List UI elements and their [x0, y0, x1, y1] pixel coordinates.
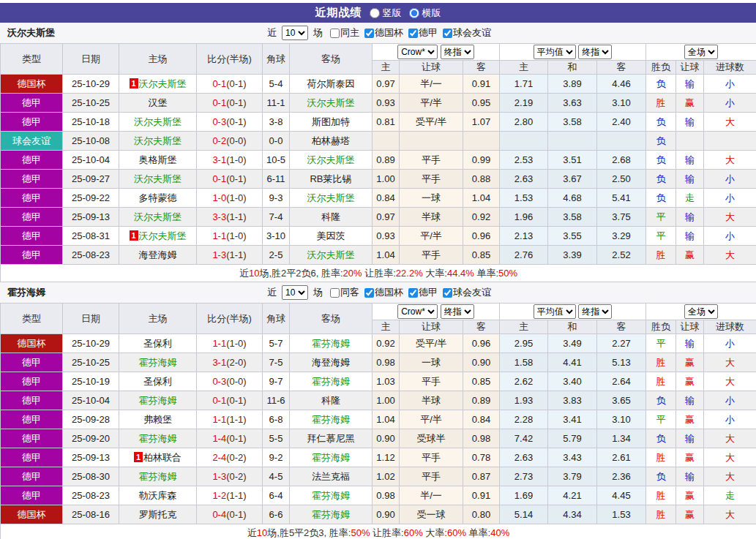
layout-horizontal-option[interactable]: 横版: [409, 7, 441, 20]
average-select[interactable]: 平均值: [534, 45, 576, 59]
team-link[interactable]: 美因茨: [317, 230, 345, 241]
team-link[interactable]: 霍芬海姆: [312, 414, 350, 425]
result-handicap: 赢: [676, 448, 704, 467]
team-link[interactable]: 柏林联合: [143, 452, 181, 463]
team-link[interactable]: 沃尔夫斯堡: [307, 249, 355, 260]
league-checkbox[interactable]: [408, 288, 418, 298]
team-link[interactable]: 沃尔夫斯堡: [139, 230, 187, 241]
bookmaker-select[interactable]: Crow*: [397, 45, 438, 59]
score-halftime: (0-1): [226, 78, 246, 89]
team-link[interactable]: 霍芬海姆: [312, 490, 350, 501]
team-link[interactable]: 圣保利: [143, 376, 172, 387]
cup-option[interactable]: 德国杯: [359, 286, 403, 299]
match-count-select[interactable]: 10: [282, 285, 308, 300]
match-type: 德甲: [1, 170, 63, 189]
col-header-corner: 角球: [263, 44, 290, 75]
team-link[interactable]: 霍芬海姆: [312, 509, 350, 520]
cup-checkbox[interactable]: [364, 288, 374, 298]
result-handicap: 赢: [676, 410, 704, 429]
odds-home: 0.97: [373, 208, 400, 227]
team-link[interactable]: 霍芬海姆: [312, 338, 350, 349]
team-link[interactable]: 柏林赫塔: [312, 135, 350, 146]
same-side-checkbox[interactable]: [330, 288, 340, 298]
league-option[interactable]: 德甲: [403, 286, 438, 299]
bookmaker-select[interactable]: Crow*: [397, 304, 438, 319]
team-link[interactable]: 沃尔夫斯堡: [134, 211, 181, 222]
friendly-label: 球会友谊: [453, 286, 491, 299]
team-link[interactable]: 弗赖堡: [143, 414, 172, 425]
final-index-select-2[interactable]: 终指: [578, 45, 612, 59]
avg-away: 4.46: [597, 75, 646, 94]
final-index-select[interactable]: 终指: [441, 45, 474, 59]
team-link[interactable]: 法兰克福: [312, 471, 350, 482]
col-header-score: 比分(半场): [197, 44, 263, 75]
friendly-option[interactable]: 球会友谊: [438, 286, 491, 299]
team-link[interactable]: 沃尔夫斯堡: [134, 173, 181, 184]
match-type: 德甲: [1, 353, 63, 372]
home-team: 勒沃库森: [119, 486, 197, 505]
team-link[interactable]: 霍芬海姆: [139, 395, 177, 406]
friendly-option[interactable]: 球会友谊: [438, 26, 491, 39]
team-link[interactable]: 科隆: [321, 395, 340, 406]
same-side-checkbox[interactable]: [330, 29, 340, 38]
team-link[interactable]: 霍芬海姆: [312, 376, 350, 387]
team-link[interactable]: 霍芬海姆: [139, 357, 177, 368]
full-match-select[interactable]: 全场: [684, 45, 718, 59]
team-link[interactable]: 沃尔夫斯堡: [307, 97, 355, 108]
cup-checkbox[interactable]: [364, 29, 374, 38]
avg-home: 2.53: [500, 151, 548, 170]
team-link[interactable]: 海登海姆: [312, 357, 350, 368]
team-link[interactable]: 汉堡: [149, 97, 168, 108]
games-label: 场: [313, 26, 323, 39]
team-link[interactable]: 勒沃库森: [139, 490, 177, 501]
team-link[interactable]: 沃尔夫斯堡: [307, 192, 355, 203]
same-side-option[interactable]: 同主: [325, 26, 359, 39]
friendly-checkbox[interactable]: [443, 288, 452, 298]
average-select[interactable]: 平均值: [534, 304, 576, 319]
cup-option[interactable]: 德国杯: [359, 26, 403, 39]
team-link[interactable]: 沃尔夫斯堡: [134, 135, 181, 146]
league-option[interactable]: 德甲: [403, 26, 438, 39]
final-index-select[interactable]: 终指: [441, 304, 474, 319]
team-link[interactable]: 拜仁慕尼黑: [307, 433, 355, 444]
team-link[interactable]: 海登海姆: [139, 249, 177, 260]
full-match-select[interactable]: 全场: [684, 304, 718, 319]
avg-away: 3.65: [597, 391, 646, 410]
team-link[interactable]: 沃尔夫斯堡: [134, 116, 181, 127]
summary-value: 40%: [490, 527, 509, 538]
avg-draw: 4.21: [548, 486, 597, 505]
team-link[interactable]: 罗斯托克: [139, 509, 177, 520]
team-link[interactable]: 霍芬海姆: [139, 471, 177, 482]
league-checkbox[interactable]: [408, 29, 418, 38]
team-link[interactable]: 圣保利: [143, 338, 172, 349]
matches-body: 德国杯25-10-291沃尔夫斯堡0-1(0-1)5-4荷尔斯泰因0.97半/一…: [1, 75, 756, 265]
team-link[interactable]: 沃尔夫斯堡: [307, 154, 355, 165]
avg-draw: 4.41: [548, 353, 597, 372]
match-count-select[interactable]: 10: [282, 26, 308, 40]
team-link[interactable]: 斯图加特: [312, 116, 350, 127]
team-link[interactable]: 沃尔夫斯堡: [139, 78, 187, 89]
score-fulltime: 0-1: [212, 395, 226, 406]
team-link[interactable]: 多特蒙德: [139, 192, 177, 203]
layout-vertical-option[interactable]: 竖版: [370, 7, 402, 20]
away-team: 霍芬海姆: [290, 410, 373, 429]
team-link[interactable]: 科隆: [321, 211, 340, 222]
vertical-radio[interactable]: [370, 8, 380, 18]
header-row-1: 类型 日期 主场 比分(半场) 角球 客场 Crow* 终指 平均值 终指 全场: [1, 44, 756, 61]
corner-count: 9-2: [263, 448, 290, 467]
team-link[interactable]: RB莱比锡: [310, 173, 351, 184]
same-side-option[interactable]: 同客: [325, 286, 359, 299]
match-row: 德国杯25-10-29圣保利1-1(1-0)5-7霍芬海姆0.92受平/半0.9…: [1, 334, 756, 353]
away-team: 沃尔夫斯堡: [290, 94, 373, 113]
odds-handicap: [400, 132, 463, 151]
team-link[interactable]: 霍芬海姆: [139, 433, 177, 444]
final-index-select-2[interactable]: 终指: [578, 304, 612, 319]
friendly-checkbox[interactable]: [443, 29, 452, 38]
match-date: 25-08-23: [63, 246, 119, 265]
team-link[interactable]: 奥格斯堡: [139, 154, 177, 165]
team-filter-bar: 霍芬海姆 近 10 场 同客 德国杯 德甲 球会友谊: [0, 282, 756, 303]
horizontal-radio[interactable]: [409, 8, 419, 18]
team-link[interactable]: 霍芬海姆: [312, 452, 350, 463]
neutral-badge: 1: [130, 230, 138, 241]
team-link[interactable]: 荷尔斯泰因: [307, 78, 355, 89]
